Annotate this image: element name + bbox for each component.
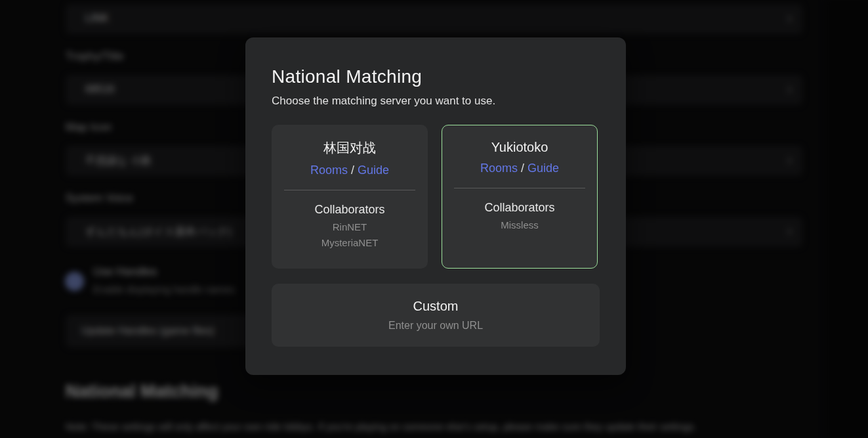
custom-server-card[interactable]: Custom Enter your own URL bbox=[272, 284, 600, 347]
rooms-link[interactable]: Rooms bbox=[310, 164, 348, 177]
guide-link[interactable]: Guide bbox=[358, 164, 389, 177]
server-cards-row: 林国对战 Rooms / Guide Collaborators RinNET … bbox=[272, 125, 600, 269]
link-separator: / bbox=[521, 162, 524, 175]
collaborator-name: Missless bbox=[442, 219, 597, 230]
card-divider bbox=[454, 188, 585, 188]
collaborators-label: Collaborators bbox=[442, 201, 597, 215]
server-card-linguoduizhan[interactable]: 林国对战 Rooms / Guide Collaborators RinNET … bbox=[272, 125, 428, 269]
modal-title: National Matching bbox=[272, 66, 600, 87]
server-name: 林国对战 bbox=[272, 139, 428, 157]
national-matching-modal: National Matching Choose the matching se… bbox=[245, 37, 626, 375]
collaborator-name: MysteriaNET bbox=[272, 237, 428, 248]
server-links: Rooms / Guide bbox=[442, 162, 597, 175]
collaborators-label: Collaborators bbox=[272, 203, 428, 217]
custom-card-subtitle: Enter your own URL bbox=[388, 320, 483, 332]
guide-link[interactable]: Guide bbox=[527, 162, 559, 175]
modal-subtitle: Choose the matching server you want to u… bbox=[272, 95, 600, 108]
server-name: Yukiotoko bbox=[442, 140, 597, 155]
link-separator: / bbox=[351, 164, 354, 177]
collaborator-name: RinNET bbox=[272, 221, 428, 232]
rooms-link[interactable]: Rooms bbox=[480, 162, 518, 175]
server-links: Rooms / Guide bbox=[272, 164, 428, 177]
custom-card-title: Custom bbox=[413, 299, 459, 314]
card-divider bbox=[284, 190, 415, 190]
server-card-yukiotoko-selected[interactable]: Yukiotoko Rooms / Guide Collaborators Mi… bbox=[442, 125, 598, 269]
